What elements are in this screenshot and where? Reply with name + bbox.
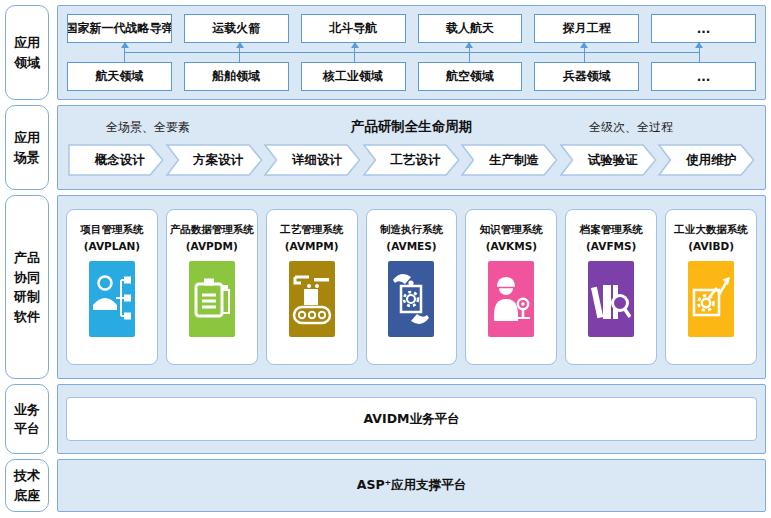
domain-top-item: 探月工程 [534, 14, 639, 43]
domain-bottom-item: 航空领域 [418, 62, 523, 91]
software-card-avibd: 工业大数据系统 (AVIBD) [665, 209, 757, 365]
card-code: (AVPDM) [186, 240, 238, 252]
card-code: (AVPLAN) [84, 240, 140, 252]
stage-label: 方案设计 [167, 144, 263, 176]
lifecycle-stage-arrows: 概念设计 方案设计 详细设计 工艺设计 生产制造 [58, 136, 765, 176]
software-panel: 项目管理系统 (AVPLAN) 产品数据管理系 [57, 195, 766, 379]
asp-platform-panel: ASP⁺应用支撑平台 [57, 459, 766, 512]
connector-up-arrow [469, 43, 470, 62]
stage-label: 工艺设计 [364, 144, 460, 176]
card-title: 工艺管理系统 [280, 223, 343, 237]
domain-panel: 国家新一代战略导弹 运载火箭 北斗导航 载人航天 探月工程 ... 航天领域 船… [57, 5, 766, 100]
domain-top-item: 北斗导航 [301, 14, 406, 43]
card-code: (AVMPM) [285, 240, 339, 252]
gear-trend-icon [688, 261, 734, 337]
card-title: 项目管理系统 [80, 223, 143, 237]
books-magnifier-icon [588, 261, 634, 337]
architecture-diagram: 应用 领域 国家新一代战略导弹 运载火箭 北斗导航 载人航天 探月工程 ... … [0, 0, 771, 518]
software-card-avmpm: 工艺管理系统 (AVMPM) [266, 209, 358, 365]
domain-bottom-row: 航天领域 船舶领域 核工业领域 航空领域 兵器领域 ... [67, 62, 756, 91]
connector-up-arrow [239, 43, 240, 62]
domain-top-item: ... [651, 14, 756, 43]
domain-bottom-item: 核工业领域 [301, 62, 406, 91]
stage-arrow: 试验验证 [561, 144, 657, 176]
avidm-platform-box: AVIDM业务平台 [66, 397, 757, 441]
software-cards: 项目管理系统 (AVPLAN) 产品数据管理系 [66, 209, 757, 365]
stage-label: 生产制造 [462, 144, 558, 176]
domain-side-label: 应用 领域 [5, 5, 49, 100]
base-side-label: 技术 底座 [5, 459, 49, 512]
stage-label: 详细设计 [265, 144, 361, 176]
software-card-avpdm: 产品数据管理系统 (AVPDM) [166, 209, 258, 365]
stage-label: 试验验证 [561, 144, 657, 176]
section-technical-base: 技术 底座 ASP⁺应用支撑平台 [5, 459, 766, 512]
section-application-domain: 应用 领域 国家新一代战略导弹 运载火箭 北斗导航 载人航天 探月工程 ... … [5, 5, 766, 100]
scenario-header: 全场景、全要素 产品研制全生命周期 全级次、全过程 [58, 118, 765, 136]
section-application-scenario: 应用 场景 全场景、全要素 产品研制全生命周期 全级次、全过程 概念设计 方案设… [5, 105, 766, 190]
section-business-platform: 业务 平台 AVIDM业务平台 [5, 384, 766, 454]
card-title: 知识管理系统 [480, 223, 543, 237]
stage-arrow: 详细设计 [265, 144, 361, 176]
domain-bottom-item: 船舶领域 [184, 62, 289, 91]
scenario-center-title: 产品研制全生命周期 [351, 118, 473, 136]
domain-top-row: 国家新一代战略导弹 运载火箭 北斗导航 载人航天 探月工程 ... [67, 14, 756, 43]
domain-connector-lines [67, 43, 756, 62]
stage-label: 概念设计 [68, 144, 164, 176]
card-title: 制造执行系统 [380, 223, 443, 237]
connector-up-arrow [584, 43, 585, 62]
gear-document-icon [388, 261, 434, 337]
connector-up-arrow [354, 43, 355, 62]
software-card-avfms: 档案管理系统 (AVFMS) [565, 209, 657, 365]
software-card-avkms: 知识管理系统 (AVKMS) [465, 209, 557, 365]
card-code: (AVIBD) [688, 240, 734, 252]
card-code: (AVKMS) [486, 240, 537, 252]
stage-arrow: 方案设计 [167, 144, 263, 176]
conveyor-icon [289, 261, 335, 337]
scenario-right-note: 全级次、全过程 [472, 119, 765, 136]
connector-up-arrow [124, 43, 125, 62]
scenario-left-note: 全场景、全要素 [58, 119, 351, 136]
stage-arrow: 概念设计 [68, 144, 164, 176]
domain-bottom-item: ... [651, 62, 756, 91]
card-code: (AVMES) [386, 240, 436, 252]
domain-top-item: 国家新一代战略导弹 [67, 14, 172, 43]
card-title: 工业大数据系统 [674, 223, 748, 237]
software-card-avplan: 项目管理系统 (AVPLAN) [66, 209, 158, 365]
domain-bottom-item: 航天领域 [67, 62, 172, 91]
domain-bottom-item: 兵器领域 [534, 62, 639, 91]
connector-up-arrow [699, 43, 700, 62]
connector-bus-line [124, 52, 698, 53]
software-side-label: 产品 协同 研制 软件 [5, 195, 49, 379]
scenario-panel: 全场景、全要素 产品研制全生命周期 全级次、全过程 概念设计 方案设计 详细设计 [57, 105, 766, 190]
software-card-avmes: 制造执行系统 (AVMES) [366, 209, 458, 365]
stage-arrow: 生产制造 [462, 144, 558, 176]
card-title: 产品数据管理系统 [170, 223, 254, 237]
stage-arrow: 使用维护 [659, 144, 755, 176]
card-title: 档案管理系统 [580, 223, 643, 237]
section-product-software: 产品 协同 研制 软件 项目管理系统 (AVPLAN) [5, 195, 766, 379]
domain-top-item: 载人航天 [418, 14, 523, 43]
clipboard-icon [189, 261, 235, 337]
card-code: (AVFMS) [586, 240, 636, 252]
business-panel: AVIDM业务平台 [57, 384, 766, 454]
domain-top-item: 运载火箭 [184, 14, 289, 43]
worker-pin-icon [488, 261, 534, 337]
stage-arrow: 工艺设计 [364, 144, 460, 176]
business-side-label: 业务 平台 [5, 384, 49, 454]
person-orgchart-icon [89, 261, 135, 337]
stage-label: 使用维护 [659, 144, 755, 176]
scenario-side-label: 应用 场景 [5, 105, 49, 190]
